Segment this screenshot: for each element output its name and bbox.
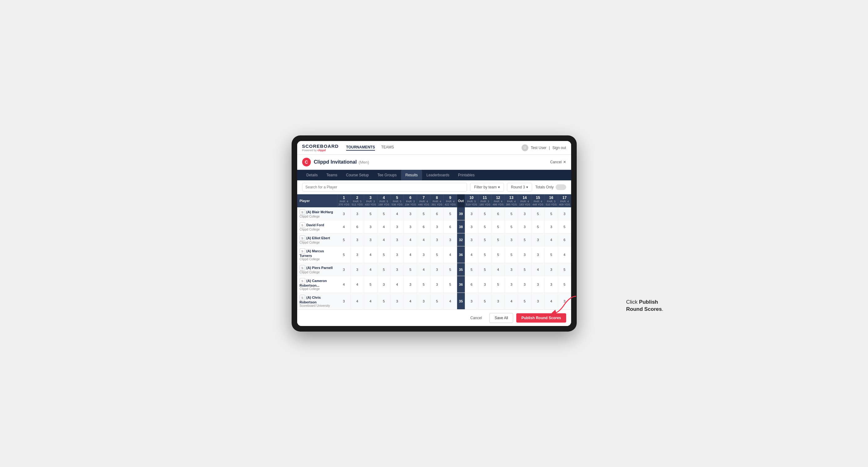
score-hole-17[interactable]: 5 <box>558 276 571 293</box>
score-hole-13[interactable]: 5 <box>505 220 518 234</box>
search-input[interactable] <box>302 183 467 191</box>
score-hole-5[interactable]: 3 <box>391 220 404 234</box>
score-hole-7[interactable]: 3 <box>417 293 430 310</box>
score-hole-9[interactable]: 5 <box>443 207 457 220</box>
tab-tee-groups[interactable]: Tee Groups <box>373 170 401 180</box>
sign-out-link[interactable]: Sign out <box>552 146 566 150</box>
score-hole-10[interactable]: 3 <box>465 207 478 220</box>
score-hole-8[interactable]: 6 <box>430 207 444 220</box>
score-hole-13[interactable]: 3 <box>505 276 518 293</box>
score-hole-4[interactable]: 4 <box>377 234 391 246</box>
score-hole-17[interactable]: 3 <box>558 207 571 220</box>
score-hole-3[interactable]: 3 <box>364 234 377 246</box>
cancel-button[interactable]: Cancel <box>466 313 486 322</box>
score-hole-14[interactable]: 3 <box>518 276 531 293</box>
score-hole-9[interactable]: 5 <box>443 276 457 293</box>
score-hole-5[interactable]: 3 <box>391 293 404 310</box>
score-hole-5[interactable]: 3 <box>391 246 404 263</box>
score-hole-11[interactable]: 5 <box>478 246 492 263</box>
tab-leaderboards[interactable]: Leaderboards <box>422 170 454 180</box>
score-hole-6[interactable]: 3 <box>404 220 417 234</box>
score-hole-1[interactable]: 4 <box>338 220 351 234</box>
score-hole-10[interactable]: 3 <box>465 293 478 310</box>
score-hole-8[interactable]: 3 <box>430 220 444 234</box>
score-hole-9[interactable]: 3 <box>443 234 457 246</box>
score-hole-2[interactable]: 4 <box>350 293 364 310</box>
score-hole-15[interactable]: 4 <box>531 263 545 276</box>
score-hole-17[interactable]: 4 <box>558 246 571 263</box>
score-hole-11[interactable]: 5 <box>478 220 492 234</box>
score-hole-8[interactable]: 3 <box>430 276 444 293</box>
score-hole-8[interactable]: 3 <box>430 263 444 276</box>
score-hole-13[interactable]: 3 <box>505 234 518 246</box>
score-hole-3[interactable]: 4 <box>364 293 377 310</box>
totals-only-toggle[interactable]: Totals Only <box>535 184 566 190</box>
score-hole-15[interactable]: 3 <box>531 276 545 293</box>
score-hole-4[interactable]: 5 <box>377 207 391 220</box>
score-hole-4[interactable]: 4 <box>377 220 391 234</box>
score-hole-10[interactable]: 3 <box>465 220 478 234</box>
score-hole-3[interactable]: 4 <box>364 263 377 276</box>
score-hole-9[interactable]: 4 <box>443 293 457 310</box>
score-hole-17[interactable]: 6 <box>558 234 571 246</box>
score-hole-6[interactable]: 3 <box>404 276 417 293</box>
toggle-switch[interactable] <box>556 184 566 190</box>
score-hole-12[interactable]: 3 <box>492 293 505 310</box>
score-hole-12[interactable]: 4 <box>492 263 505 276</box>
score-hole-6[interactable]: 5 <box>404 263 417 276</box>
score-hole-6[interactable]: 3 <box>404 207 417 220</box>
score-hole-10[interactable]: 4 <box>465 246 478 263</box>
score-hole-14[interactable]: 3 <box>518 220 531 234</box>
score-hole-9[interactable]: 4 <box>443 246 457 263</box>
score-hole-15[interactable]: 3 <box>531 234 545 246</box>
score-hole-17[interactable]: 5 <box>558 263 571 276</box>
score-hole-12[interactable]: 5 <box>492 246 505 263</box>
tab-details[interactable]: Details <box>302 170 322 180</box>
score-hole-12[interactable]: 6 <box>492 207 505 220</box>
score-hole-13[interactable]: 3 <box>505 263 518 276</box>
score-hole-2[interactable]: 3 <box>350 234 364 246</box>
nav-tournaments[interactable]: TOURNAMENTS <box>346 145 375 151</box>
score-hole-6[interactable]: 4 <box>404 293 417 310</box>
score-hole-16[interactable]: 3 <box>545 276 558 293</box>
score-hole-13[interactable]: 4 <box>505 293 518 310</box>
score-hole-8[interactable]: 3 <box>430 234 444 246</box>
score-hole-16[interactable]: 4 <box>545 293 558 310</box>
score-hole-1[interactable]: 3 <box>338 263 351 276</box>
score-hole-1[interactable]: 4 <box>338 276 351 293</box>
score-hole-4[interactable]: 5 <box>377 293 391 310</box>
score-hole-16[interactable]: 5 <box>545 246 558 263</box>
score-hole-17[interactable]: 3 <box>558 293 571 310</box>
score-hole-1[interactable]: 5 <box>338 234 351 246</box>
score-hole-11[interactable]: 5 <box>478 207 492 220</box>
score-hole-7[interactable]: 3 <box>417 246 430 263</box>
score-hole-9[interactable]: 5 <box>443 263 457 276</box>
score-hole-1[interactable]: 3 <box>338 207 351 220</box>
score-hole-9[interactable]: 6 <box>443 220 457 234</box>
score-hole-13[interactable]: 5 <box>505 207 518 220</box>
score-hole-15[interactable]: 5 <box>531 220 545 234</box>
score-hole-16[interactable]: 5 <box>545 207 558 220</box>
score-hole-16[interactable]: 3 <box>545 263 558 276</box>
score-hole-3[interactable]: 5 <box>364 207 377 220</box>
cancel-tournament[interactable]: Cancel ✕ <box>550 160 566 164</box>
score-hole-11[interactable]: 5 <box>478 263 492 276</box>
tab-course-setup[interactable]: Course Setup <box>342 170 373 180</box>
score-hole-3[interactable]: 4 <box>364 246 377 263</box>
score-hole-17[interactable]: 5 <box>558 220 571 234</box>
score-hole-11[interactable]: 5 <box>478 293 492 310</box>
score-hole-6[interactable]: 4 <box>404 246 417 263</box>
score-hole-5[interactable]: 3 <box>391 234 404 246</box>
score-hole-3[interactable]: 3 <box>364 220 377 234</box>
score-hole-1[interactable]: 5 <box>338 246 351 263</box>
tab-results[interactable]: Results <box>401 170 422 180</box>
score-hole-10[interactable]: 6 <box>465 276 478 293</box>
score-hole-10[interactable]: 5 <box>465 263 478 276</box>
score-hole-14[interactable]: 5 <box>518 263 531 276</box>
score-hole-1[interactable]: 3 <box>338 293 351 310</box>
score-hole-2[interactable]: 3 <box>350 207 364 220</box>
score-hole-14[interactable]: 5 <box>518 293 531 310</box>
score-hole-12[interactable]: 5 <box>492 276 505 293</box>
score-hole-15[interactable]: 3 <box>531 246 545 263</box>
tab-printables[interactable]: Printables <box>454 170 479 180</box>
